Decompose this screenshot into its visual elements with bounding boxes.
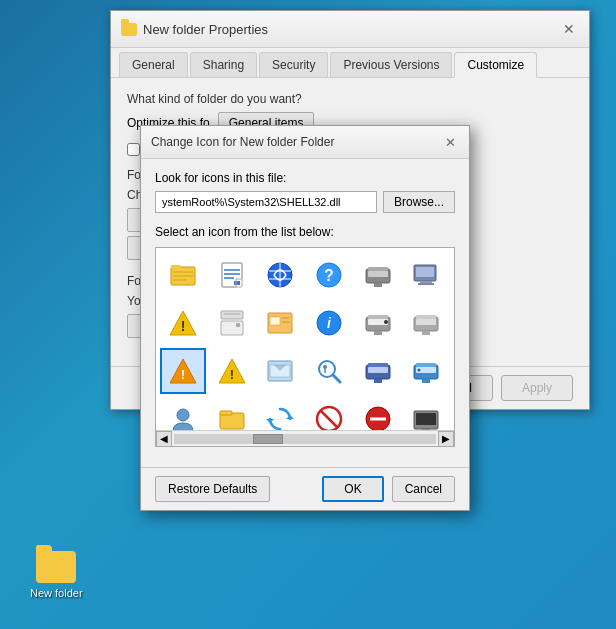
look-for-label: Look for icons in this file: xyxy=(155,171,455,185)
svg-rect-57 xyxy=(368,363,388,367)
dialog-ok-cancel: OK Cancel xyxy=(322,476,455,502)
file-input-row: Browse... xyxy=(155,191,455,213)
svg-rect-6 xyxy=(224,269,240,271)
svg-text:!: ! xyxy=(181,318,186,334)
svg-rect-2 xyxy=(173,271,193,273)
svg-rect-1 xyxy=(171,265,181,269)
icon-cell[interactable]: ! xyxy=(160,300,206,346)
icon-cell[interactable] xyxy=(257,300,303,346)
desktop: New folder New folder Properties ✕ Gener… xyxy=(0,0,616,629)
icon-cell[interactable]: i xyxy=(306,300,352,346)
scroll-track[interactable] xyxy=(174,434,436,444)
restore-defaults-dialog-button[interactable]: Restore Defaults xyxy=(155,476,270,502)
icon-cell[interactable] xyxy=(355,348,401,394)
svg-rect-33 xyxy=(282,321,290,323)
svg-marker-69 xyxy=(266,419,274,423)
svg-marker-68 xyxy=(286,415,294,419)
svg-rect-21 xyxy=(416,267,434,277)
svg-point-40 xyxy=(384,320,388,324)
svg-rect-3 xyxy=(173,275,193,277)
icon-scrollbar: ◀ ▶ xyxy=(156,430,454,446)
svg-text:!: ! xyxy=(229,367,233,382)
svg-rect-27 xyxy=(221,321,243,335)
svg-rect-43 xyxy=(422,331,430,335)
svg-rect-38 xyxy=(374,331,382,335)
svg-rect-32 xyxy=(282,317,290,319)
icon-cell[interactable] xyxy=(403,300,449,346)
icon-grid: ?!i!!! xyxy=(156,248,454,447)
change-icon-dialog: Change Icon for New folder Folder ✕ Look… xyxy=(140,125,470,511)
scroll-thumb[interactable] xyxy=(253,434,283,444)
svg-rect-37 xyxy=(368,315,388,319)
icon-cell[interactable]: ! xyxy=(209,348,255,394)
icon-cell[interactable] xyxy=(355,300,401,346)
svg-point-64 xyxy=(418,369,421,372)
icon-cell[interactable] xyxy=(257,348,303,394)
svg-rect-8 xyxy=(224,277,234,279)
svg-rect-59 xyxy=(368,367,388,373)
svg-rect-7 xyxy=(224,273,240,275)
scroll-right-arrow[interactable]: ▶ xyxy=(438,431,454,447)
icon-cell[interactable] xyxy=(209,252,255,298)
svg-rect-61 xyxy=(416,363,436,367)
svg-rect-44 xyxy=(416,319,436,325)
svg-rect-22 xyxy=(420,281,432,283)
scroll-left-arrow[interactable]: ◀ xyxy=(156,431,172,447)
svg-rect-75 xyxy=(416,413,436,425)
browse-button[interactable]: Browse... xyxy=(383,191,455,213)
svg-rect-62 xyxy=(422,379,430,383)
svg-text:?: ? xyxy=(324,267,334,284)
dialog-cancel-button[interactable]: Cancel xyxy=(392,476,455,502)
icon-cell[interactable] xyxy=(306,348,352,394)
svg-rect-23 xyxy=(418,283,434,285)
svg-rect-58 xyxy=(374,379,382,383)
svg-rect-42 xyxy=(416,315,436,319)
file-path-input[interactable] xyxy=(155,191,377,213)
svg-rect-18 xyxy=(374,283,382,287)
dialog-close-button[interactable]: ✕ xyxy=(441,133,459,151)
icon-cell[interactable]: ? xyxy=(306,252,352,298)
svg-rect-19 xyxy=(368,271,388,277)
svg-rect-26 xyxy=(221,311,243,319)
select-icon-label: Select an icon from the list below: xyxy=(155,225,455,239)
svg-rect-17 xyxy=(368,267,388,271)
svg-point-65 xyxy=(177,409,189,421)
icon-cell[interactable]: ! xyxy=(160,348,206,394)
svg-line-71 xyxy=(320,410,338,428)
dialog-title: Change Icon for New folder Folder xyxy=(151,135,334,149)
dialog-ok-button[interactable]: OK xyxy=(322,476,383,502)
icon-cell[interactable] xyxy=(209,300,255,346)
svg-rect-4 xyxy=(173,279,187,281)
icon-cell[interactable] xyxy=(403,348,449,394)
svg-rect-67 xyxy=(220,411,232,415)
icon-cell[interactable] xyxy=(403,252,449,298)
icon-cell[interactable] xyxy=(257,252,303,298)
icon-grid-container: ?!i!!! ◀ ▶ xyxy=(155,247,455,447)
icon-cell[interactable] xyxy=(160,252,206,298)
svg-line-53 xyxy=(333,375,340,382)
svg-text:!: ! xyxy=(181,367,185,382)
svg-rect-9 xyxy=(234,281,240,285)
svg-rect-29 xyxy=(236,323,240,327)
svg-rect-31 xyxy=(270,317,280,325)
dialog-bottom: Restore Defaults OK Cancel xyxy=(141,467,469,510)
dialog-titlebar: Change Icon for New folder Folder ✕ xyxy=(141,126,469,159)
dialog-overlay: Change Icon for New folder Folder ✕ Look… xyxy=(0,0,616,629)
icon-cell[interactable] xyxy=(355,252,401,298)
dialog-content: Look for icons in this file: Browse... S… xyxy=(141,159,469,467)
svg-point-54 xyxy=(323,365,327,369)
